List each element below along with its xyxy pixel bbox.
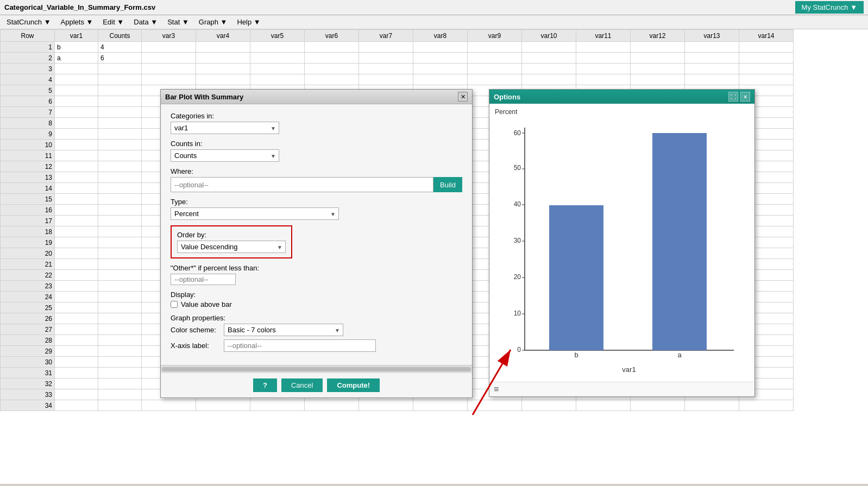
col-header-var11[interactable]: var11 [576, 30, 631, 42]
cell-empty[interactable] [522, 53, 576, 64]
cell-var1[interactable] [55, 216, 98, 226]
cell-counts[interactable] [98, 129, 142, 140]
my-statcrunch-button[interactable]: My StatCrunch ▼ [795, 1, 864, 14]
cell-counts[interactable] [98, 107, 142, 118]
cell-var1[interactable] [55, 183, 98, 194]
cell-var1[interactable] [55, 259, 98, 270]
cell-var1[interactable]: a [55, 53, 98, 64]
cell-empty[interactable] [576, 42, 631, 53]
cell-empty[interactable] [685, 42, 739, 53]
menu-edit[interactable]: Edit ▼ [98, 16, 128, 28]
bar-plot-close-button[interactable]: ✕ [458, 92, 468, 102]
cell-empty[interactable] [196, 42, 250, 53]
chart-close-button[interactable]: ✕ [740, 92, 750, 102]
cell-counts[interactable] [98, 292, 142, 302]
cell-empty[interactable] [522, 42, 576, 53]
col-header-var14[interactable]: var14 [739, 30, 794, 42]
cell-empty[interactable] [305, 400, 359, 411]
cell-empty[interactable] [413, 400, 468, 411]
x-axis-label-input[interactable] [224, 339, 376, 352]
cell-counts[interactable] [98, 378, 142, 389]
cell-counts[interactable]: 6 [98, 53, 142, 64]
menu-applets[interactable]: Applets ▼ [56, 16, 98, 28]
menu-help[interactable]: Help ▼ [232, 16, 265, 28]
cell-counts[interactable] [98, 259, 142, 270]
cell-empty[interactable] [142, 42, 196, 53]
cell-var1[interactable] [55, 400, 98, 411]
col-header-var1[interactable]: var1 [55, 30, 98, 42]
menu-stat[interactable]: Stat ▼ [163, 16, 193, 28]
cell-empty[interactable] [413, 74, 468, 85]
cell-counts[interactable] [98, 85, 142, 96]
cell-counts[interactable] [98, 400, 142, 411]
menu-data[interactable]: Data ▼ [129, 16, 162, 28]
compute-button[interactable]: Compute! [327, 378, 380, 392]
cell-empty[interactable] [305, 42, 359, 53]
cell-var1[interactable] [55, 281, 98, 292]
cell-empty[interactable] [196, 74, 250, 85]
cell-empty[interactable] [468, 42, 522, 53]
cell-var1[interactable] [55, 226, 98, 237]
cell-counts[interactable] [98, 346, 142, 357]
cell-counts[interactable] [98, 205, 142, 216]
cell-counts[interactable] [98, 96, 142, 107]
cell-var1[interactable] [55, 96, 98, 107]
counts-select[interactable]: Counts var1 var2 [171, 149, 279, 162]
menu-statcrunch[interactable]: StatCrunch ▼ [2, 16, 55, 28]
col-header-var9[interactable]: var9 [468, 30, 522, 42]
chart-menu-icon[interactable]: ≡ [494, 384, 499, 394]
col-header-var8[interactable]: var8 [413, 30, 468, 42]
cell-counts[interactable] [98, 118, 142, 129]
cell-empty[interactable] [685, 400, 739, 411]
col-header-var7[interactable]: var7 [359, 30, 413, 42]
cell-counts[interactable] [98, 183, 142, 194]
cell-empty[interactable] [685, 74, 739, 85]
cell-var1[interactable] [55, 357, 98, 368]
col-header-var5[interactable]: var5 [250, 30, 305, 42]
cell-counts[interactable] [98, 324, 142, 335]
cell-counts[interactable] [98, 226, 142, 237]
cell-counts[interactable] [98, 302, 142, 313]
cell-empty[interactable] [305, 53, 359, 64]
cell-empty[interactable] [305, 64, 359, 74]
cell-empty[interactable] [576, 74, 631, 85]
cell-var1[interactable] [55, 129, 98, 140]
cell-empty[interactable] [413, 42, 468, 53]
cell-counts[interactable] [98, 313, 142, 324]
cell-empty[interactable] [196, 400, 250, 411]
cell-empty[interactable] [359, 42, 413, 53]
cell-empty[interactable] [142, 400, 196, 411]
help-button[interactable]: ? [253, 378, 277, 392]
cell-counts[interactable] [98, 270, 142, 281]
cell-empty[interactable] [576, 64, 631, 74]
where-input[interactable] [171, 177, 433, 192]
cell-var1[interactable] [55, 205, 98, 216]
cell-counts[interactable] [98, 357, 142, 368]
cell-counts[interactable] [98, 335, 142, 346]
cell-var1[interactable] [55, 118, 98, 129]
cell-empty[interactable] [196, 64, 250, 74]
cell-var1[interactable] [55, 237, 98, 248]
cell-var1[interactable] [55, 194, 98, 205]
chart-resize-button[interactable]: ⛶ [728, 92, 738, 102]
cell-var1[interactable] [55, 64, 98, 74]
cell-empty[interactable] [522, 74, 576, 85]
cell-counts[interactable] [98, 237, 142, 248]
cell-empty[interactable] [631, 64, 685, 74]
cell-counts[interactable] [98, 281, 142, 292]
cell-empty[interactable] [250, 64, 305, 74]
cell-empty[interactable] [739, 74, 794, 85]
cell-empty[interactable] [576, 400, 631, 411]
cell-counts[interactable] [98, 172, 142, 183]
col-header-var10[interactable]: var10 [522, 30, 576, 42]
cell-var1[interactable] [55, 292, 98, 302]
menu-graph[interactable]: Graph ▼ [194, 16, 232, 28]
cell-empty[interactable] [359, 64, 413, 74]
cell-var1[interactable] [55, 270, 98, 281]
cell-empty[interactable] [631, 42, 685, 53]
cell-var1[interactable] [55, 107, 98, 118]
cell-empty[interactable] [250, 74, 305, 85]
cell-var1[interactable] [55, 378, 98, 389]
cell-empty[interactable] [522, 400, 576, 411]
cell-empty[interactable] [739, 42, 794, 53]
